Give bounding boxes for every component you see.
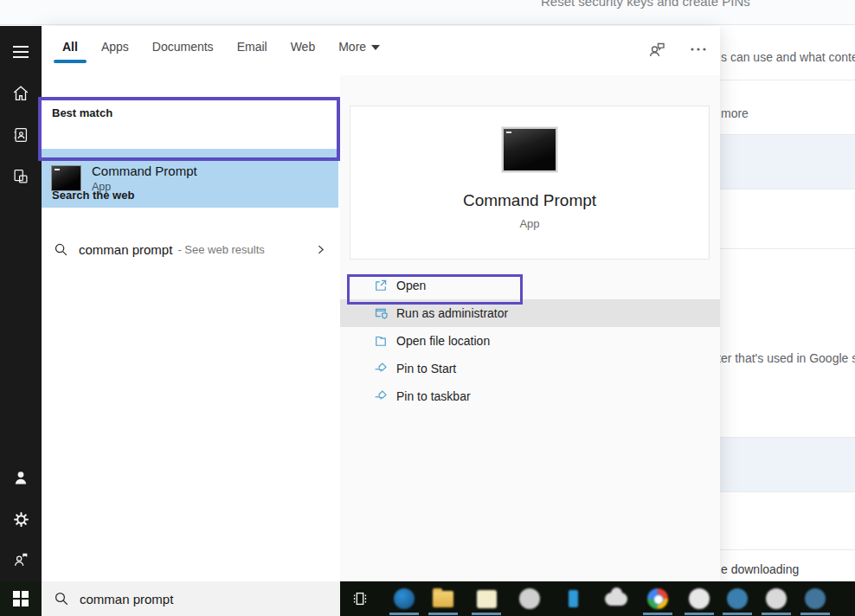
app-preview-card: Command Prompt App (350, 106, 710, 260)
white-app-icon-2 (766, 588, 787, 609)
taskbar-app-pale[interactable] (467, 581, 505, 616)
tab-documents[interactable]: Documents (152, 40, 214, 63)
journal-icon[interactable] (0, 114, 42, 156)
command-prompt-icon (51, 165, 81, 191)
windows-logo-icon (13, 591, 29, 606)
search-the-web-label: Search the web (52, 189, 134, 202)
taskbar-app-blue-3[interactable] (796, 581, 834, 616)
search-icon (54, 242, 68, 257)
background-text-fragment: s can use and what content (721, 50, 855, 64)
background-highlight-row (720, 135, 855, 189)
file-explorer-icon (433, 591, 453, 607)
start-button[interactable] (0, 581, 42, 616)
ellipsis-menu-icon[interactable] (687, 38, 710, 61)
action-run-as-administrator[interactable]: Run as administrator (340, 299, 720, 327)
background-text-fragment: e downloading (721, 562, 799, 576)
settings-icon[interactable] (0, 498, 42, 540)
action-pin-to-taskbar[interactable]: Pin to taskbar (340, 382, 720, 410)
background-highlight-row (720, 438, 855, 491)
task-view-icon (350, 589, 370, 608)
home-icon[interactable] (0, 73, 42, 114)
web-search-suggestion[interactable]: comman prompt - See web results (42, 234, 340, 265)
taskbar-app-phone[interactable] (554, 581, 592, 616)
open-window-icon (372, 277, 389, 294)
file-location-icon (372, 332, 389, 350)
web-hint: - See web results (177, 243, 264, 256)
hamburger-icon (13, 46, 29, 58)
taskbar-app-file-explorer[interactable] (424, 581, 462, 616)
taskbar-app-blue-2[interactable] (718, 581, 756, 616)
chevron-right-icon[interactable] (315, 243, 326, 256)
search-filter-tabs: All Apps Documents Email Web More (62, 40, 380, 63)
documents-icon[interactable] (0, 156, 42, 197)
background-text-fragment: more (721, 106, 749, 120)
taskbar-app-chrome[interactable] (639, 581, 677, 616)
action-pin-to-start[interactable]: Pin to Start (340, 355, 720, 382)
cloud-icon (605, 593, 627, 606)
best-match-label: Best match (52, 106, 112, 119)
blue-app-icon-2 (727, 588, 748, 609)
search-icon (54, 591, 69, 606)
tab-web[interactable]: Web (291, 40, 316, 63)
dropdown-caret-icon (371, 45, 380, 50)
taskbar-app-blue[interactable] (385, 581, 423, 616)
tab-more[interactable]: More (338, 40, 380, 63)
gray-app-icon (519, 588, 540, 609)
divider (720, 248, 855, 249)
account-icon[interactable] (0, 457, 42, 498)
divider (720, 491, 855, 492)
feedback-icon[interactable] (0, 539, 42, 581)
background-page-heading: Reset security keys and create PINs (541, 0, 750, 9)
tab-email[interactable]: Email (237, 40, 267, 63)
web-query: comman prompt (79, 242, 172, 257)
active-tab-underline (54, 60, 87, 63)
taskbar: comman prompt (0, 581, 855, 616)
admin-shield-icon (372, 305, 389, 322)
preview-app-title: Command Prompt (463, 191, 596, 210)
result-title: Command Prompt (92, 164, 197, 178)
phone-app-icon (569, 590, 578, 607)
task-view-button[interactable] (341, 581, 379, 616)
background-top-strip: Reset security keys and create PINs (0, 0, 855, 25)
results-panel: Best match Command Prompt App Search the… (42, 75, 340, 581)
flyout-header-icons (646, 38, 710, 61)
blue-app-icon (394, 588, 415, 609)
tab-all[interactable]: All (62, 40, 78, 63)
white-app-icon (689, 588, 710, 609)
divider (720, 80, 855, 80)
search-input-value: comman prompt (80, 592, 173, 606)
action-open-file-location[interactable]: Open file location (340, 327, 720, 355)
action-list: Open Run as administrator (340, 272, 720, 410)
feedback-person-icon[interactable] (646, 38, 668, 61)
start-sidebar (0, 26, 42, 581)
divider (720, 549, 855, 550)
chrome-icon (647, 588, 668, 609)
blue-app-icon-3 (805, 588, 826, 609)
tab-apps[interactable]: Apps (101, 40, 129, 63)
taskbar-app-white-2[interactable] (757, 581, 795, 616)
pin-icon (372, 388, 389, 405)
pale-app-icon (477, 590, 497, 608)
divider (720, 189, 855, 189)
command-prompt-icon-large (502, 127, 557, 172)
action-open[interactable]: Open (340, 272, 720, 299)
taskbar-search-box[interactable]: comman prompt (42, 581, 340, 616)
background-text-fragment: ter that's used in Google sea (717, 351, 855, 365)
search-flyout: All Apps Documents Email Web More B (42, 26, 720, 581)
menu-icon[interactable] (0, 31, 42, 73)
taskbar-app-white[interactable] (680, 581, 718, 616)
taskbar-app-cloud[interactable] (597, 581, 635, 616)
preview-panel: Command Prompt App Open (340, 75, 720, 581)
desktop-screen: Reset security keys and create PINs s ca… (0, 0, 855, 616)
preview-app-subtitle: App (519, 217, 539, 230)
pin-icon (372, 360, 389, 377)
taskbar-app-gray[interactable] (511, 581, 549, 616)
